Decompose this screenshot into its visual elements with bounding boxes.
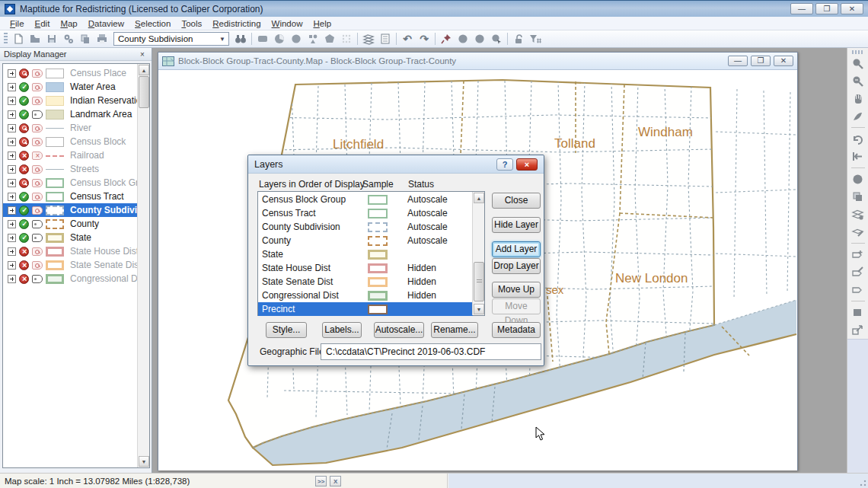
expand-status-button[interactable]: >>	[315, 476, 327, 486]
new-icon[interactable]	[10, 32, 27, 46]
unlock-icon[interactable]	[510, 32, 527, 46]
copy-map-icon[interactable]	[851, 190, 864, 203]
toolbar-grip[interactable]	[4, 33, 8, 45]
scrollbar-thumb[interactable]	[474, 262, 484, 301]
rectangle-icon[interactable]	[851, 306, 864, 319]
layer-swatch[interactable]	[46, 96, 64, 106]
restore-button[interactable]: ❐	[815, 3, 838, 14]
layer-row[interactable]: County	[3, 217, 137, 231]
expand-icon[interactable]	[8, 261, 16, 270]
menu-redistricting[interactable]: Redistricting	[207, 18, 266, 30]
label-tag-icon[interactable]	[32, 69, 43, 78]
zoom-in-icon[interactable]	[851, 57, 864, 70]
pushpin-icon[interactable]	[438, 32, 455, 46]
label-tag-icon[interactable]	[32, 193, 43, 201]
layer-row[interactable]: Congressional Dist	[3, 272, 137, 285]
metadata-button[interactable]: Metadata	[492, 322, 541, 338]
label-tag-icon[interactable]	[32, 179, 43, 187]
layer-row[interactable]: Census Tract Autoscale	[258, 206, 473, 220]
scrollbar-thumb[interactable]	[139, 76, 149, 108]
expand-icon[interactable]	[8, 234, 16, 242]
layer-name[interactable]: Streets	[67, 164, 137, 174]
layer-name[interactable]: County Subdivision	[67, 205, 137, 215]
style-button[interactable]: Style...	[266, 322, 307, 338]
close-status-button[interactable]: X	[330, 476, 341, 486]
chevron-down-icon[interactable]: ▼	[216, 33, 228, 45]
layer-status-icon[interactable]	[19, 260, 29, 270]
expand-icon[interactable]	[8, 179, 16, 187]
display-manager-close-icon[interactable]: ×	[137, 50, 148, 59]
layer-name[interactable]: Census Block Group	[67, 177, 137, 188]
layer-swatch[interactable]	[46, 69, 64, 78]
undo-icon[interactable]: ↶	[399, 32, 416, 46]
layer-row[interactable]: Census Place	[3, 66, 137, 80]
label-tag-icon[interactable]	[851, 283, 864, 296]
chart-theme-icon[interactable]	[305, 32, 321, 46]
expand-icon[interactable]	[8, 124, 16, 132]
layer-name[interactable]: River	[67, 123, 137, 133]
rename-button[interactable]: Rename...	[431, 322, 478, 338]
menu-help[interactable]: Help	[308, 18, 337, 30]
layers-scrollbar[interactable]: ▲ ▼	[472, 192, 484, 315]
scroll-down-icon[interactable]: ▼	[474, 304, 484, 314]
minimize-button[interactable]: —	[790, 3, 813, 14]
map-minimize-button[interactable]: —	[728, 56, 748, 66]
layer-name[interactable]: Congressional Dist	[67, 273, 137, 284]
dialog-close-button[interactable]: ×	[516, 158, 538, 171]
layer-name[interactable]: State Senate Dist	[67, 260, 137, 270]
layers-icon[interactable]	[360, 32, 377, 46]
layer-row[interactable]: River	[3, 121, 137, 135]
layer-status-icon[interactable]	[19, 164, 29, 174]
menu-file[interactable]: File	[5, 18, 30, 30]
layer-name[interactable]: State	[67, 232, 137, 243]
layer-select-dropdown[interactable]: County Subdivision ▼	[113, 32, 229, 46]
scroll-up-icon[interactable]: ▲	[474, 193, 484, 203]
expand-icon[interactable]	[8, 69, 16, 78]
previous-scale-icon[interactable]	[851, 132, 864, 145]
dot-density-icon[interactable]	[288, 32, 305, 46]
layer-status-icon[interactable]	[19, 219, 29, 229]
display-manager-list[interactable]: Census Place Water Area Indian Reservati…	[2, 63, 150, 468]
layer-name[interactable]: Census Place	[67, 68, 137, 78]
menu-edit[interactable]: Edit	[30, 18, 56, 30]
legend-icon[interactable]	[377, 32, 394, 46]
autoscale-button[interactable]: Autoscale...	[374, 322, 424, 338]
menu-dataview[interactable]: Dataview	[83, 18, 129, 30]
layer-name[interactable]: Railroad	[67, 150, 137, 161]
expand-icon[interactable]	[8, 193, 16, 201]
print-icon[interactable]	[94, 32, 110, 46]
layer-swatch[interactable]	[46, 219, 64, 229]
layer-status-icon[interactable]	[19, 247, 29, 257]
close-button[interactable]: ✕	[841, 3, 863, 14]
edit-label-icon[interactable]	[851, 266, 864, 279]
layer-status-icon[interactable]	[19, 96, 29, 106]
layer-name[interactable]: Water Area	[67, 81, 137, 92]
layer-name[interactable]: Census Tract	[67, 191, 137, 202]
map-marker-icon[interactable]	[254, 32, 271, 46]
layer-row[interactable]: Census Tract	[3, 190, 137, 203]
map-restore-button[interactable]: ❐	[751, 56, 771, 66]
zoom-out-icon[interactable]	[851, 75, 864, 88]
geographic-file-value[interactable]: C:\ccdata\CT\Precinct 2019-06-03.CDF	[321, 343, 541, 360]
menu-window[interactable]: Window	[266, 18, 308, 30]
layer-row[interactable]: State	[258, 247, 473, 261]
pointer-circle-icon[interactable]	[488, 32, 505, 46]
layer-swatch[interactable]	[46, 192, 64, 202]
add-label-icon[interactable]	[851, 248, 864, 261]
expand-icon[interactable]	[8, 275, 16, 283]
expand-icon[interactable]	[8, 83, 16, 91]
layer-row[interactable]: County Subdivision Autoscale	[258, 220, 473, 234]
layer-row[interactable]: Precinct	[258, 302, 473, 316]
label-tag-icon[interactable]	[32, 138, 43, 146]
expand-icon[interactable]	[8, 247, 16, 256]
layer-row[interactable]: State	[3, 231, 137, 244]
layer-swatch[interactable]	[46, 123, 64, 133]
edit-layers-icon[interactable]	[851, 225, 864, 238]
expand-icon[interactable]	[8, 206, 16, 215]
layer-row[interactable]: Congressional Dist Hidden	[258, 289, 473, 302]
label-tag-icon[interactable]	[32, 152, 43, 160]
layer-swatch[interactable]	[46, 164, 64, 174]
expand-icon[interactable]	[8, 220, 16, 228]
scroll-down-icon[interactable]: ▼	[139, 456, 149, 467]
drop-layer-button[interactable]: Drop Layer	[492, 258, 541, 274]
